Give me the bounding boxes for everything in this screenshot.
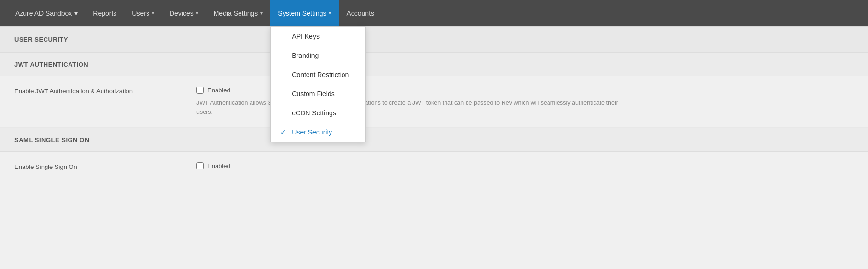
devices-arrow: ▾ (196, 11, 198, 16)
sso-checkbox-row: Enabled (196, 162, 854, 169)
user-security-check: ✓ (280, 128, 288, 136)
brand-label: Azure AD Sandbox (15, 10, 72, 17)
sso-enable-control: Enabled (196, 162, 854, 174)
nav-media-settings[interactable]: Media Settings ▾ (206, 0, 271, 26)
sso-enable-row: Enable Single Sign On Enabled (0, 152, 868, 185)
ecdn-settings-check (280, 109, 288, 117)
dropdown-ecdn-settings[interactable]: eCDN Settings (271, 103, 365, 123)
content-restriction-check (280, 71, 288, 78)
sso-enabled-label: Enabled (207, 162, 230, 169)
nav-brand[interactable]: Azure AD Sandbox ▾ (8, 0, 85, 26)
nav-system-settings-container: System Settings ▾ API Keys Branding Cont… (270, 0, 339, 26)
dropdown-content-restriction[interactable]: Content Restriction (271, 65, 365, 84)
sso-enable-label: Enable Single Sign On (14, 162, 196, 170)
navbar: Azure AD Sandbox ▾ Reports Users ▾ Devic… (0, 0, 868, 26)
jwt-enable-checkbox[interactable] (196, 87, 204, 94)
main-content: USER SECURITY JWT AUTHENTICATION Enable … (0, 26, 868, 185)
saml-sso-title: SAML SINGLE SIGN ON (14, 136, 90, 144)
dropdown-user-security[interactable]: ✓ User Security (271, 123, 365, 142)
jwt-auth-title: JWT AUTHENTICATION (14, 61, 88, 68)
jwt-enable-label: Enable JWT Authentication & Authorizatio… (14, 87, 196, 95)
nav-users[interactable]: Users ▾ (124, 0, 162, 26)
branding-check (280, 52, 288, 59)
nav-reports[interactable]: Reports (85, 0, 124, 26)
media-settings-arrow: ▾ (260, 11, 263, 16)
dropdown-branding[interactable]: Branding (271, 46, 365, 65)
user-security-section-header: USER SECURITY (0, 26, 868, 52)
custom-fields-check (280, 90, 288, 98)
dropdown-custom-fields[interactable]: Custom Fields (271, 84, 365, 103)
system-settings-dropdown: API Keys Branding Content Restriction Cu… (270, 26, 366, 142)
system-settings-arrow: ▾ (329, 11, 331, 16)
jwt-enable-row: Enable JWT Authentication & Authorizatio… (0, 76, 868, 128)
jwt-enabled-label: Enabled (207, 87, 230, 94)
brand-arrow: ▾ (74, 10, 78, 17)
saml-sso-section-header: SAML SINGLE SIGN ON (0, 128, 868, 152)
nav-devices[interactable]: Devices ▾ (162, 0, 206, 26)
users-arrow: ▾ (152, 11, 154, 16)
nav-accounts[interactable]: Accounts (339, 0, 382, 26)
dropdown-api-keys[interactable]: API Keys (271, 27, 365, 46)
user-security-title: USER SECURITY (14, 36, 68, 43)
jwt-auth-section-header: JWT AUTHENTICATION (0, 52, 868, 76)
nav-system-settings[interactable]: System Settings ▾ (270, 0, 339, 26)
jwt-help-text: JWT Authentication allows 3rd party deve… (196, 99, 628, 117)
api-keys-check (280, 33, 288, 40)
sso-enable-checkbox[interactable] (196, 162, 204, 169)
